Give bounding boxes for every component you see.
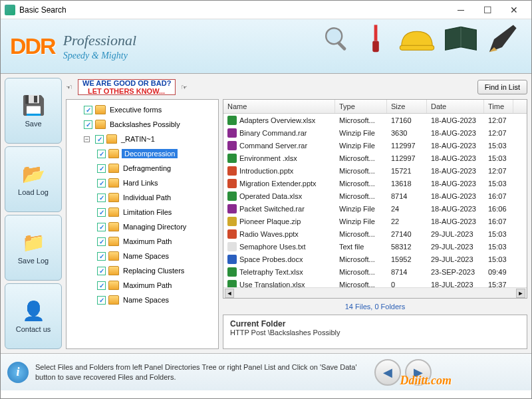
file-row[interactable]: Packet Switched.rarWinzip File2418-AUG-2… <box>223 202 527 215</box>
checkbox[interactable]: ✓ <box>97 223 106 231</box>
file-type: Microsoft... <box>335 167 387 175</box>
tree-label: Replacing Clusters <box>122 266 186 275</box>
tree-label: Executive forms <box>108 105 163 114</box>
minimize-button[interactable]: ─ <box>448 2 474 18</box>
close-button[interactable]: ✕ <box>501 2 527 18</box>
checkbox[interactable]: ✓ <box>97 237 106 246</box>
promo-banner[interactable]: WE ARE GOOD OR BAD? LET OTHERS KNOW... <box>78 79 176 95</box>
file-name: Space Probes.docx <box>239 255 303 263</box>
file-name: Pioneer Plaque.zip <box>239 217 301 225</box>
tree-item[interactable]: ✓Decompression <box>68 146 217 161</box>
file-time: 16:07 <box>484 217 513 225</box>
file-type: Text file <box>335 243 387 251</box>
maximize-button[interactable]: ☐ <box>474 2 501 18</box>
file-row[interactable]: Teletraphy Text.xlsxMicrosoft...871423-S… <box>223 265 527 278</box>
file-row[interactable]: Pioneer Plaque.zipWinzip File2218-AUG-20… <box>223 215 527 227</box>
content-area: 💾Save📂Load Log📁Save Log👤Contact us ☜ WE … <box>1 74 531 353</box>
folder-icon <box>108 207 119 217</box>
tree-item[interactable]: ✓Defragmenting <box>68 161 217 176</box>
col-time[interactable]: Time <box>484 100 513 113</box>
file-type: Microsoft... <box>335 192 387 200</box>
sidebar-contact-us[interactable]: 👤Contact us <box>5 283 62 349</box>
file-row[interactable]: Environment .xlsxMicrosoft...11299718-AU… <box>223 152 527 164</box>
tree-item[interactable]: ✓Name Spaces <box>68 293 217 307</box>
checkbox[interactable]: ✓ <box>97 252 106 261</box>
tree-item[interactable]: ✓Replacing Clusters <box>68 263 217 278</box>
scroll-left-icon[interactable]: ◄ <box>225 289 234 298</box>
tree-label: Maximum Path <box>122 237 173 246</box>
app-icon <box>5 5 15 15</box>
checkbox[interactable]: ✓ <box>97 179 106 188</box>
file-row[interactable]: Binary Command.rarWinzip File363018-AUG-… <box>223 126 527 139</box>
tree-item[interactable]: −✓_RATIN~1 <box>68 132 217 146</box>
file-row[interactable]: Adapters Overview.xlsxMicrosoft...171601… <box>223 114 527 126</box>
file-list[interactable]: Name Type Size Date Time Adapters Overvi… <box>223 99 527 299</box>
file-row[interactable]: Use Translation.xlsxMicrosoft...018-JUL-… <box>223 278 527 287</box>
col-date[interactable]: Date <box>427 100 484 113</box>
col-size[interactable]: Size <box>387 100 427 113</box>
file-icon <box>227 255 237 264</box>
footer-message: Select Files and Folders from left Panel… <box>35 362 368 382</box>
file-size: 24 <box>387 205 427 213</box>
file-row[interactable]: Migration Extender.pptxMicrosoft...13618… <box>223 177 527 190</box>
file-size: 15721 <box>387 167 427 175</box>
checkbox[interactable]: ✓ <box>97 194 106 202</box>
file-type: Microsoft... <box>335 268 387 276</box>
file-date: 18-AUG-2023 <box>427 217 484 225</box>
tree-item[interactable]: ✓Executive forms <box>68 102 217 117</box>
checkbox[interactable]: ✓ <box>97 208 106 217</box>
current-folder-path: HTTP Post \Backslashes Possibly <box>230 329 520 336</box>
tree-item[interactable]: ✓Maximum Path <box>68 234 217 249</box>
tree-item[interactable]: ✓Limitation Files <box>68 205 217 219</box>
sidebar-save[interactable]: 💾Save <box>5 78 62 144</box>
sidebar-label: Contact us <box>16 325 51 333</box>
book-icon <box>442 23 479 55</box>
checkbox[interactable]: ✓ <box>97 164 106 173</box>
tree-item[interactable]: ✓Maximum Path <box>68 278 217 293</box>
col-type[interactable]: Type <box>335 100 387 113</box>
file-date: 18-AUG-2023 <box>427 180 484 188</box>
file-time: 12:07 <box>484 167 513 175</box>
tree-item[interactable]: ✓Managing Directory <box>68 219 217 234</box>
sidebar-label: Load Log <box>18 188 49 196</box>
tree-item[interactable]: ✓Individual Path <box>68 190 217 205</box>
checkbox[interactable]: ✓ <box>97 281 106 290</box>
file-summary: 14 Files, 0 Folders <box>223 301 527 312</box>
col-name[interactable]: Name <box>223 100 335 113</box>
tree-item[interactable]: ✓Name Spaces <box>68 249 217 263</box>
checkbox[interactable]: ✓ <box>97 150 106 158</box>
svg-point-0 <box>326 28 342 44</box>
file-type: Winzip File <box>335 129 387 137</box>
file-row[interactable]: Command Server.rarWinzip File11299718-AU… <box>223 139 527 152</box>
find-in-list-button[interactable]: Find in List <box>477 80 527 94</box>
file-date: 18-AUG-2023 <box>427 154 484 162</box>
file-time: 15:03 <box>484 180 513 188</box>
tree-item[interactable]: ✓Hard Links <box>68 176 217 190</box>
file-row[interactable]: Introduction.pptxMicrosoft...1572118-AUG… <box>223 164 527 177</box>
tree-label: _RATIN~1 <box>120 134 156 144</box>
scroll-right-icon[interactable]: ► <box>516 289 525 298</box>
file-row[interactable]: Semaphore Uses.txtText file5831229-JUL-2… <box>223 240 527 253</box>
file-row[interactable]: Space Probes.docxMicrosoft...1595229-JUL… <box>223 253 527 265</box>
checkbox[interactable]: ✓ <box>97 267 106 275</box>
sidebar-save-log[interactable]: 📁Save Log <box>5 215 62 281</box>
main-panel: ☜ WE ARE GOOD OR BAD? LET OTHERS KNOW...… <box>66 78 527 349</box>
expander-icon[interactable]: − <box>84 136 90 142</box>
horizontal-scrollbar[interactable]: ◄ ► <box>223 287 527 298</box>
file-row[interactable]: Operated Data.xlsxMicrosoft...871418-AUG… <box>223 190 527 202</box>
file-icon <box>227 204 237 213</box>
checkbox[interactable]: ✓ <box>95 135 104 144</box>
file-row[interactable]: Radio Waves.pptxMicrosoft...2714029-JUL-… <box>223 227 527 240</box>
checkbox[interactable]: ✓ <box>84 106 92 114</box>
sidebar-load-log[interactable]: 📂Load Log <box>5 146 62 212</box>
checkbox[interactable]: ✓ <box>97 296 106 305</box>
file-size: 112997 <box>387 154 427 162</box>
file-size: 3630 <box>387 129 427 137</box>
file-size: 8714 <box>387 192 427 200</box>
prev-button[interactable]: ◀ <box>374 359 401 386</box>
file-time: 15:37 <box>484 281 513 288</box>
sidebar-label: Save Log <box>18 257 49 265</box>
tree-item[interactable]: ✓Backslashes Possibly <box>68 117 217 132</box>
folder-tree[interactable]: ✓Executive forms✓Backslashes Possibly−✓_… <box>66 99 219 349</box>
checkbox[interactable]: ✓ <box>84 120 92 129</box>
